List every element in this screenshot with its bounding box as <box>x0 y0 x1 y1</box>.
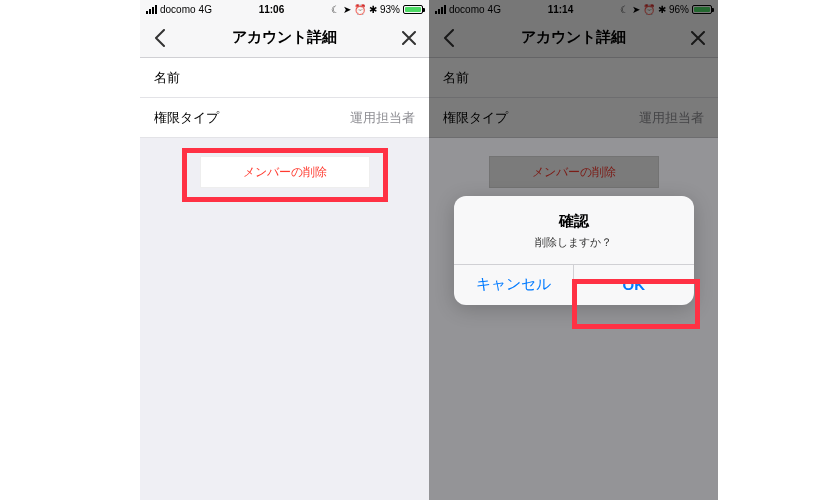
ok-button[interactable]: OK <box>573 265 694 305</box>
row-role[interactable]: 権限タイプ 運用担当者 <box>140 98 429 138</box>
dialog-message: 削除しますか？ <box>464 235 684 250</box>
modal-overlay: 確認 削除しますか？ キャンセル OK <box>429 0 718 500</box>
dialog-title: 確認 <box>464 212 684 231</box>
detail-list: 名前 権限タイプ 運用担当者 <box>140 58 429 138</box>
location-icon: ➤ <box>343 4 351 15</box>
status-bar: docomo 4G 11:06 ☾ ➤ ⏰ ✱ 93% <box>140 0 429 18</box>
delete-member-label: メンバーの削除 <box>243 164 327 181</box>
signal-icon <box>146 5 157 14</box>
cancel-button[interactable]: キャンセル <box>454 265 574 305</box>
clock: 11:06 <box>259 4 285 15</box>
row-label: 名前 <box>154 69 180 87</box>
row-name[interactable]: 名前 <box>140 58 429 98</box>
delete-member-button[interactable]: メンバーの削除 <box>200 156 370 188</box>
bluetooth-icon: ✱ <box>369 4 377 15</box>
chevron-left-icon <box>154 29 166 47</box>
row-value <box>389 69 415 87</box>
back-button[interactable] <box>150 28 170 48</box>
battery-pct: 93% <box>380 4 400 15</box>
row-label: 権限タイプ <box>154 109 219 127</box>
network-label: 4G <box>199 4 212 15</box>
screenshot-right: docomo 4G 11:14 ☾ ➤ ⏰ ✱ 96% アカウント詳細 名前 権… <box>429 0 718 500</box>
battery-icon <box>403 5 423 14</box>
alarm-icon: ⏰ <box>354 4 366 15</box>
navbar: アカウント詳細 <box>140 18 429 58</box>
carrier-label: docomo <box>160 4 196 15</box>
close-button[interactable] <box>399 28 419 48</box>
confirm-dialog: 確認 削除しますか？ キャンセル OK <box>454 196 694 305</box>
close-icon <box>402 31 416 45</box>
row-value: 運用担当者 <box>350 109 415 127</box>
screenshot-left: docomo 4G 11:06 ☾ ➤ ⏰ ✱ 93% アカウント詳細 名前 権… <box>140 0 429 500</box>
page-title: アカウント詳細 <box>232 28 337 47</box>
moon-icon: ☾ <box>331 4 340 15</box>
